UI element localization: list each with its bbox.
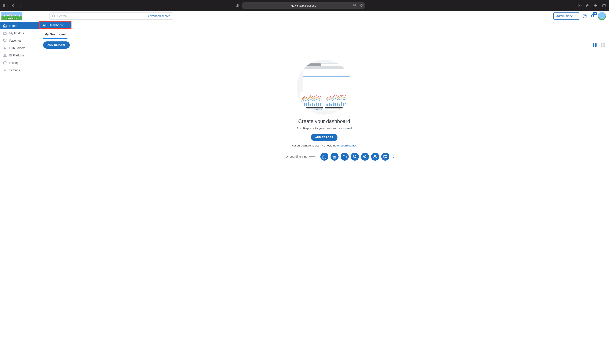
onboarding-people-button[interactable] bbox=[371, 153, 379, 161]
svg-rect-17 bbox=[4, 56, 5, 57]
empty-title: Create your dashboard bbox=[298, 118, 350, 124]
onboarding-search-button[interactable] bbox=[351, 153, 359, 161]
onboarding-next-button[interactable] bbox=[391, 155, 396, 159]
empty-hint: Not sure where to start ? Check the onbo… bbox=[291, 144, 357, 147]
share-icon[interactable] bbox=[585, 3, 590, 8]
sidebar-item-hub-folders[interactable]: Hub Folders bbox=[0, 44, 39, 52]
svg-rect-15 bbox=[4, 54, 5, 55]
breadcrumb-label: Dashboard bbox=[49, 23, 64, 27]
search-icon bbox=[52, 14, 56, 18]
view-large-grid-icon[interactable] bbox=[593, 43, 597, 47]
onboarding-buttons-box bbox=[318, 151, 398, 162]
dashboard-toolbar: ADD REPORT bbox=[39, 39, 609, 51]
collapse-sidebar-button[interactable] bbox=[41, 13, 47, 19]
translate-icon[interactable]: 文A bbox=[353, 4, 357, 7]
view-small-grid-icon[interactable] bbox=[601, 43, 605, 47]
sidebar-item-label: Home bbox=[9, 24, 17, 27]
shield-icon[interactable] bbox=[235, 3, 240, 8]
clock-icon bbox=[3, 61, 7, 65]
add-report-button[interactable]: ADD REPORT bbox=[43, 41, 70, 49]
sidebar-item-label: History bbox=[9, 61, 19, 65]
heart-icon bbox=[3, 39, 7, 42]
breadcrumb-dashboard[interactable]: Dashboard bbox=[39, 21, 71, 29]
onboarding-tips-link[interactable]: onboarding tips bbox=[337, 144, 357, 147]
gear-icon bbox=[3, 68, 7, 72]
tab-label: My Dashboard bbox=[44, 32, 66, 36]
sidebar-item-history[interactable]: History bbox=[0, 59, 39, 66]
admin-mode-button[interactable]: Admin mode bbox=[553, 13, 580, 20]
search-field[interactable]: Advanced search bbox=[50, 13, 173, 20]
sidebar-item-label: Favorites bbox=[9, 39, 22, 42]
sidebar-item-my-folders[interactable]: My Folders bbox=[0, 29, 39, 37]
onboarding-label-text: Onboarding Tips bbox=[285, 155, 307, 158]
svg-rect-42 bbox=[333, 157, 334, 158]
svg-rect-43 bbox=[334, 157, 335, 158]
svg-line-48 bbox=[366, 157, 367, 158]
svg-point-27 bbox=[585, 17, 585, 17]
svg-rect-18 bbox=[5, 56, 6, 57]
sidebar-item-bi-platform[interactable]: BI Platform bbox=[0, 52, 39, 59]
dashboard-empty-state: Create your dashboard Add Reports to you… bbox=[39, 51, 609, 364]
address-text: qa.visualbi.solutions bbox=[291, 4, 316, 7]
empty-illustration bbox=[297, 60, 352, 115]
svg-rect-36 bbox=[603, 45, 604, 46]
svg-rect-28 bbox=[593, 43, 595, 45]
nav-back-icon[interactable] bbox=[11, 3, 15, 8]
svg-rect-41 bbox=[334, 155, 335, 156]
notifications-button[interactable]: 38 bbox=[590, 13, 595, 19]
hint-prefix: Not sure where to start ? Check the bbox=[291, 144, 337, 147]
svg-rect-35 bbox=[601, 45, 602, 46]
svg-rect-29 bbox=[595, 43, 596, 45]
onboarding-search-check-button[interactable] bbox=[361, 153, 369, 161]
admin-mode-label: Admin mode bbox=[556, 14, 573, 18]
onboarding-home-button[interactable] bbox=[320, 153, 328, 161]
nav-forward-icon[interactable] bbox=[18, 3, 23, 8]
svg-rect-32 bbox=[601, 43, 602, 44]
user-avatar[interactable] bbox=[597, 12, 606, 20]
home-icon bbox=[3, 24, 7, 28]
svg-rect-39 bbox=[603, 46, 604, 47]
logo[interactable] bbox=[0, 11, 39, 21]
download-icon[interactable] bbox=[577, 3, 582, 8]
svg-rect-44 bbox=[335, 157, 336, 158]
svg-rect-31 bbox=[595, 45, 596, 47]
home-icon bbox=[43, 23, 47, 27]
browser-chrome: qa.visualbi.solutions 文A bbox=[0, 0, 609, 11]
sitemap-icon bbox=[3, 53, 7, 57]
svg-rect-37 bbox=[604, 45, 605, 46]
tab-my-dashboard[interactable]: My Dashboard bbox=[43, 29, 67, 39]
address-bar[interactable]: qa.visualbi.solutions 文A bbox=[242, 2, 365, 9]
svg-point-49 bbox=[374, 155, 375, 156]
new-tab-icon[interactable] bbox=[593, 3, 598, 8]
reload-icon[interactable] bbox=[360, 4, 363, 7]
svg-point-20 bbox=[4, 70, 5, 71]
sidebar-item-label: BI Platform bbox=[9, 54, 24, 57]
onboarding-sitemap-button[interactable] bbox=[331, 153, 339, 161]
svg-rect-38 bbox=[601, 46, 602, 47]
empty-subtitle: Add Reports to your custom dashboard bbox=[297, 126, 352, 130]
folder-icon bbox=[3, 31, 7, 35]
advanced-search-link[interactable]: Advanced search bbox=[148, 14, 171, 18]
onboarding-folder-button[interactable] bbox=[341, 153, 349, 161]
app-sidebar: Home My Folders Favorites Hub Folders BI… bbox=[0, 11, 39, 364]
svg-point-45 bbox=[353, 155, 356, 158]
sidebar-toggle-icon[interactable] bbox=[3, 3, 8, 8]
sidebar-item-label: My Folders bbox=[9, 31, 24, 35]
breadcrumb-row: Dashboard bbox=[39, 21, 609, 29]
notification-badge: 38 bbox=[593, 12, 597, 15]
svg-point-50 bbox=[375, 155, 376, 156]
svg-rect-40 bbox=[604, 46, 605, 47]
arrow-icon bbox=[309, 156, 315, 157]
add-report-button-center[interactable]: ADD REPORT bbox=[311, 134, 337, 141]
svg-point-24 bbox=[53, 14, 55, 17]
help-button[interactable] bbox=[582, 13, 587, 19]
tabs-icon[interactable] bbox=[601, 3, 606, 8]
sidebar-item-settings[interactable]: Settings bbox=[0, 66, 39, 74]
svg-text:文: 文 bbox=[354, 4, 355, 6]
svg-line-46 bbox=[356, 157, 357, 158]
sidebar-item-home[interactable]: Home bbox=[0, 22, 39, 29]
onboarding-chat-button[interactable] bbox=[381, 153, 389, 161]
sidebar-item-label: Settings bbox=[9, 68, 20, 72]
svg-point-13 bbox=[4, 47, 5, 48]
sidebar-item-favorites[interactable]: Favorites bbox=[0, 37, 39, 44]
